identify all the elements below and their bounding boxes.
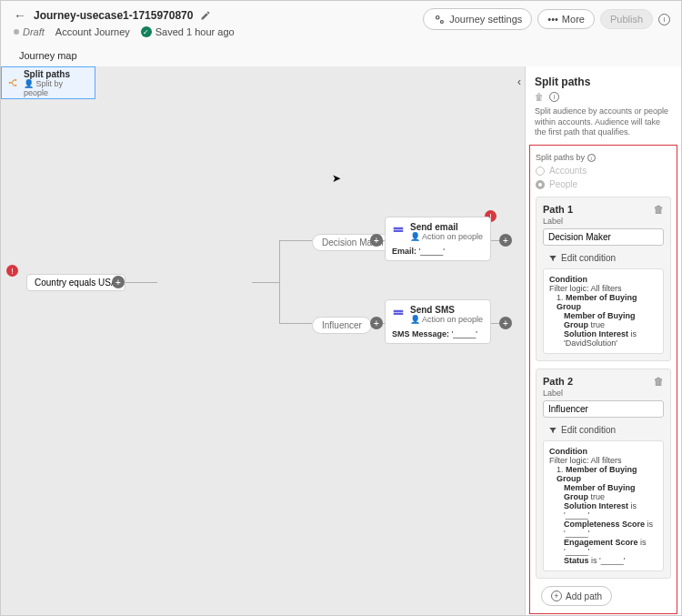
- plus-circle-icon: +: [551, 591, 562, 601]
- path-config-1: Path 1🗑 Label Edit condition Condition F…: [536, 197, 671, 361]
- add-path-label: Add path: [566, 591, 602, 601]
- svg-rect-12: [399, 313, 403, 314]
- highlighted-configuration: Split paths by i Accounts People Path 1🗑…: [529, 145, 677, 614]
- saved-check-icon: ✓: [141, 26, 152, 37]
- svg-rect-8: [399, 230, 403, 231]
- path-heading: Path 2: [543, 376, 573, 387]
- svg-rect-6: [394, 230, 397, 231]
- path-label-input[interactable]: [543, 228, 664, 246]
- saved-label: Saved 1 hour ago: [155, 26, 235, 37]
- radio-accounts: Accounts: [536, 166, 671, 176]
- entry-node[interactable]: Country equals USA: [26, 274, 125, 291]
- svg-point-0: [436, 16, 440, 20]
- svg-rect-9: [394, 310, 397, 311]
- more-button[interactable]: ••• More: [537, 9, 595, 29]
- edit-condition-link[interactable]: Edit condition: [548, 253, 664, 263]
- info-icon[interactable]: i: [549, 92, 559, 102]
- info-icon[interactable]: i: [658, 14, 670, 25]
- add-node-button[interactable]: +: [499, 234, 512, 247]
- svg-rect-10: [394, 313, 397, 314]
- split-sub: Split by people: [24, 79, 63, 97]
- cursor-icon: ➤: [332, 172, 341, 185]
- add-node-button[interactable]: +: [370, 234, 383, 247]
- chevron-left-icon: ‹: [517, 76, 521, 88]
- action-sms-icon: [392, 308, 405, 321]
- journey-canvas[interactable]: ➤ ! Country equals USA + Split paths 👤 S…: [1, 66, 525, 615]
- svg-rect-11: [399, 310, 403, 311]
- svg-point-2: [9, 82, 10, 83]
- trash-icon[interactable]: 🗑: [654, 204, 664, 215]
- publish-button[interactable]: Publish: [600, 9, 653, 29]
- svg-point-3: [15, 79, 16, 80]
- node-sub: Action on people: [422, 315, 483, 324]
- add-path-button[interactable]: + Add path: [541, 586, 612, 606]
- split-by-label: Split paths by: [536, 153, 585, 162]
- label-caption: Label: [543, 389, 664, 398]
- alert-icon[interactable]: !: [6, 265, 18, 277]
- svg-rect-7: [399, 227, 403, 228]
- status-dot-icon: [14, 29, 19, 35]
- journey-settings-label: Journey settings: [449, 14, 522, 25]
- send-sms-node[interactable]: Send SMS 👤 Action on people SMS Message:…: [385, 299, 491, 344]
- panel-description: Split audience by accounts or people wit…: [535, 106, 672, 138]
- status-draft: Draft: [23, 26, 45, 37]
- journey-type: Account Journey: [55, 26, 130, 37]
- journey-settings-button[interactable]: Journey settings: [423, 8, 532, 30]
- properties-panel: Split paths 🗑 i Split audience by accoun…: [525, 66, 681, 615]
- node-title: Send email: [410, 222, 483, 232]
- path-heading: Path 1: [543, 204, 573, 215]
- publish-label: Publish: [610, 14, 643, 25]
- add-node-button[interactable]: +: [370, 317, 383, 329]
- split-paths-node[interactable]: Split paths 👤 Split by people ‹: [1, 66, 95, 99]
- info-icon[interactable]: i: [587, 154, 596, 162]
- add-node-button[interactable]: +: [112, 276, 125, 288]
- tab-journey-map[interactable]: Journey map: [15, 43, 81, 68]
- node-title: Send SMS: [410, 305, 483, 315]
- svg-point-1: [441, 20, 444, 23]
- page-header: ← Journey-usecase1-1715970870 Draft Acco…: [1, 1, 681, 75]
- send-email-node[interactable]: Send email 👤 Action on people Email: '__…: [385, 217, 491, 261]
- node-sub: Action on people: [422, 232, 483, 241]
- path-label-influencer[interactable]: Influencer: [312, 317, 372, 334]
- entry-label: Country equals USA: [35, 278, 117, 288]
- journey-title: Journey-usecase1-1715970870: [34, 9, 193, 22]
- add-node-button[interactable]: +: [499, 317, 512, 329]
- more-label: More: [562, 14, 585, 25]
- gears-icon: [433, 13, 446, 25]
- radio-people: People: [536, 179, 671, 189]
- back-arrow-icon[interactable]: ←: [14, 8, 26, 23]
- label-caption: Label: [543, 217, 664, 226]
- action-email-icon: [392, 226, 405, 238]
- panel-title: Split paths: [526, 66, 681, 92]
- svg-point-4: [15, 85, 16, 86]
- condition-summary: Condition Filter logic: All filters 1. M…: [543, 268, 664, 354]
- split-icon: [7, 77, 18, 88]
- pencil-icon[interactable]: [200, 10, 211, 21]
- path-config-2: Path 2🗑 Label Edit condition Condition F…: [536, 369, 671, 579]
- svg-rect-5: [394, 227, 397, 228]
- condition-summary: Condition Filter logic: All filters 1. M…: [543, 440, 664, 571]
- edit-condition-link[interactable]: Edit condition: [548, 425, 664, 435]
- more-dots-icon: •••: [547, 14, 558, 25]
- trash-icon[interactable]: 🗑: [654, 376, 664, 387]
- trash-icon[interactable]: 🗑: [535, 92, 544, 102]
- split-title: Split paths: [24, 69, 89, 79]
- path-label-input[interactable]: [543, 400, 664, 418]
